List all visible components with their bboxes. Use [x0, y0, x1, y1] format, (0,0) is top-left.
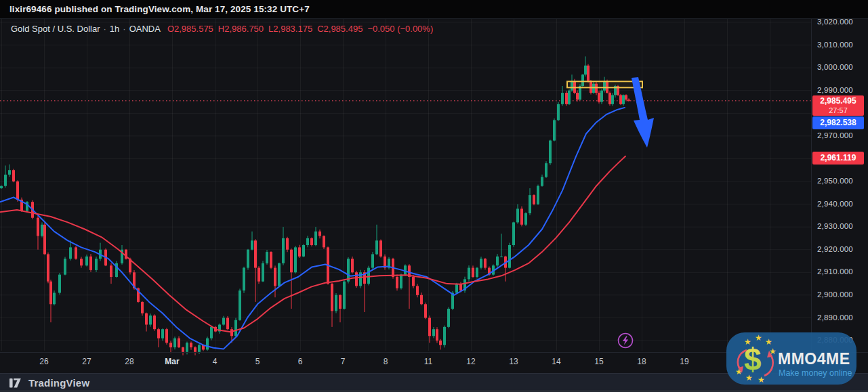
attribution-text: lixir69466 published on TradingView.com,… — [9, 4, 310, 14]
time-label: 15 — [594, 357, 603, 366]
svg-text:★: ★ — [745, 373, 753, 383]
attribution-bar: lixir69466 published on TradingView.com,… — [0, 0, 868, 19]
svg-text:★: ★ — [755, 333, 762, 343]
ma-fast-blue-line — [0, 108, 625, 349]
time-label: Mar — [165, 357, 179, 366]
time-label: 28 — [125, 357, 133, 366]
last-price-value: 2,985.495 — [812, 96, 864, 106]
svg-text:$: $ — [744, 342, 762, 377]
lightning-icon — [616, 331, 635, 350]
time-label: 6 — [298, 357, 303, 366]
time-label: 19 — [680, 357, 688, 366]
interval-label: 1h — [110, 24, 119, 34]
svg-text:★: ★ — [758, 375, 765, 385]
price-label: 3,010.000 — [817, 41, 853, 49]
separator-dot: · — [104, 24, 106, 34]
time-label: 7 — [341, 357, 346, 366]
time-label: 18 — [637, 357, 646, 366]
price-label: 3,000.000 — [817, 63, 853, 71]
resistance-zone — [567, 81, 642, 87]
ma-slow-value: 2,961.119 — [812, 153, 864, 163]
grid-lines — [0, 19, 811, 351]
time-label: 5 — [255, 357, 260, 366]
close-value: C2,985.495 — [317, 24, 363, 34]
time-label: 27 — [82, 357, 91, 366]
exchange-label: OANDA — [129, 24, 161, 34]
ma-fast-value: 2,982.538 — [812, 118, 864, 128]
high-value: H2,986.750 — [218, 24, 264, 34]
ohlc-values: O2,985.575H2,986.750L2,983.175C2,985.495… — [167, 24, 438, 34]
ma-slow-badge: 2,961.119 — [812, 152, 864, 165]
symbol-header: Gold Spot / U.S. Dollar·1h·OANDAO2,985.5… — [11, 24, 438, 34]
price-label: 2,970.000 — [817, 131, 853, 139]
tradingview-mark-icon — [9, 378, 24, 388]
time-label: 13 — [509, 357, 518, 366]
tradingview-logo[interactable]: TradingView — [9, 377, 89, 389]
price-axis[interactable]: 3,020.0003,010.0003,000.0002,990.0002,97… — [811, 19, 868, 373]
price-label: 3,020.000 — [817, 18, 853, 26]
price-label: 2,920.000 — [817, 245, 853, 253]
price-chart-canvas[interactable] — [0, 19, 868, 373]
price-label: 2,990.000 — [817, 86, 853, 94]
price-label: 2,890.000 — [817, 313, 853, 322]
price-label: 2,930.000 — [817, 222, 853, 230]
watermark-title: MMO4ME — [778, 350, 850, 368]
time-label: 26 — [39, 357, 48, 366]
low-value: L2,983.175 — [268, 24, 312, 34]
chart-pane: Gold Spot / U.S. Dollar·1h·OANDAO2,985.5… — [0, 19, 868, 373]
ma-fast-badge: 2,982.538 — [812, 116, 864, 129]
price-label: 2,910.000 — [817, 267, 853, 276]
separator-dot: · — [123, 24, 125, 34]
price-label: 2,950.000 — [817, 177, 853, 185]
last-price-badge: 2,985.495 27:57 — [812, 95, 864, 116]
tradingview-brand-label: TradingView — [28, 377, 89, 389]
price-axis-border — [811, 19, 812, 351]
instant-trading-button[interactable] — [616, 331, 635, 350]
price-label: 2,940.000 — [817, 200, 853, 208]
change-value: −0.050 (−0.00%) — [367, 24, 433, 34]
candles-layer — [0, 56, 630, 355]
symbol-title: Gold Spot / U.S. Dollar — [11, 24, 100, 34]
open-value: O2,985.575 — [167, 24, 213, 34]
bar-countdown: 27:57 — [812, 106, 864, 114]
time-label: 8 — [384, 357, 388, 366]
svg-text:★: ★ — [765, 337, 772, 347]
time-label: 11 — [424, 357, 432, 366]
watermark-subtitle: Make money online — [779, 368, 852, 378]
time-label: 4 — [213, 357, 218, 366]
svg-text:★: ★ — [744, 337, 751, 347]
mmo4me-watermark[interactable]: $ ★★★ ★★★★ MMO4ME Make money online — [726, 332, 856, 385]
time-label: 14 — [552, 357, 560, 366]
price-label: 2,900.000 — [817, 290, 853, 299]
time-label: 12 — [466, 357, 475, 366]
